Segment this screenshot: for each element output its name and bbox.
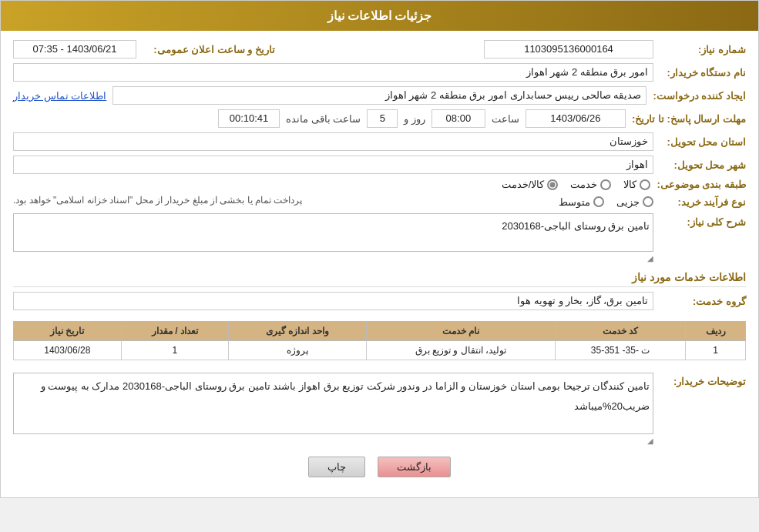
table-row: 1ت -35- 351-35تولید، انتقال و توزیع برقپ… [14,341,746,360]
services-table: ردیف کد خدمت نام خدمت واحد اندازه گیری ت… [13,321,746,360]
service-group-row: گروه خدمت: تامین برق، گاز، بخار و تهویه … [13,292,746,310]
purchase-radio-motavasset [593,196,604,207]
need-number-value: 1103095136000164 [484,40,653,59]
purchase-radio-jozyi [643,196,653,207]
creator-label: ایجاد کننده درخواست: [646,90,746,102]
table-cell-unit: پروژه [229,341,367,360]
category-label-khedmat: خدمت [570,179,597,190]
category-radio-kala [640,179,650,190]
service-group-value: تامین برق، گاز، بخار و تهویه هوا [13,292,653,310]
buyer-desc-row: توضیحات خریدار: تامین کنندگان ترجیحا بوم… [13,373,746,446]
purchase-label-jozyi: جزیی [616,196,640,208]
contact-link[interactable]: اطلاعات تماس خریدار [13,90,106,102]
back-button[interactable]: بازگشت [378,457,451,477]
purchase-label-motavasset: متوسط [559,196,590,208]
creator-value: صدیقه صالحی رییس حسابداری امور برق منطقه… [113,86,646,105]
need-summary-row: شرح کلی نیاز: تامین برق روستای الباجی-20… [13,213,746,263]
purchase-type-label: نوع فرآیند خرید: [653,196,746,208]
col-header-row: ردیف [686,322,746,341]
col-header-name: نام خدمت [366,322,555,341]
resize-handle-need: ◢ [647,254,653,263]
need-summary-wrapper: تامین برق روستای الباجی-2030168 ◢ [13,213,653,263]
response-date-value: 1403/06/26 [526,109,626,128]
response-days-value: 5 [367,109,398,128]
button-row: بازگشت چاپ [13,457,746,477]
response-deadline-label: مهلت ارسال پاسخ: تا تاریخ: [626,113,746,125]
need-summary-value: تامین برق روستای الباجی-2030168 [13,213,653,252]
province-label: استان محل تحویل: [653,136,746,148]
table-cell-row: 1 [686,341,746,360]
table-cell-name: تولید، انتقال و توزیع برق [366,341,555,360]
service-group-label: گروه خدمت: [653,296,746,307]
category-row: طبقه بندی موضوعی: کالا خدمت کالا/خدمت [13,179,746,190]
remaining-label: ساعت باقی مانده [286,113,361,125]
response-time-value: 08:00 [432,109,485,128]
category-radio-khedmat [600,179,611,190]
col-header-code: کد خدمت [555,322,685,341]
purchase-type-radio-group: جزیی متوسط [559,196,653,208]
buyer-org-value: امور برق منطقه 2 شهر اهواز [13,63,653,82]
need-number-label: شماره نیاز: [653,44,746,55]
buyer-org-row: نام دستگاه خریدار: امور برق منطقه 2 شهر … [13,63,746,82]
buyer-desc-wrapper: تامین کنندگان ترجیحا بومی استان خوزستان … [13,373,653,446]
response-days-label: روز و [404,113,425,125]
purchase-type-note: پرداخت تمام یا بخشی از مبلغ خریدار از مح… [13,195,302,206]
category-label: طبقه بندی موضوعی: [650,179,746,190]
announcement-date-value: 1403/06/21 - 07:35 [13,40,136,59]
purchase-option-jozyi[interactable]: جزیی [616,196,653,208]
creator-row: ایجاد کننده درخواست: صدیقه صالحی رییس حس… [13,86,746,105]
remaining-value: 00:10:41 [218,109,280,128]
category-label-kala: کالا [623,179,636,190]
services-table-container: ردیف کد خدمت نام خدمت واحد اندازه گیری ت… [13,315,746,366]
province-row: استان محل تحویل: خوزستان [13,132,746,151]
province-value: خوزستان [13,132,653,151]
services-section-title: اطلاعات خدمات مورد نیاز [13,271,746,287]
city-row: شهر محل تحویل: اهواز [13,156,746,174]
category-radio-group: کالا خدمت کالا/خدمت [502,179,651,190]
page-title: جزئیات اطلاعات نیاز [327,9,432,22]
response-time-label: ساعت [492,113,519,125]
resize-handle-desc: ◢ [647,437,653,445]
response-deadline-row: مهلت ارسال پاسخ: تا تاریخ: 1403/06/26 سا… [13,109,746,128]
col-header-unit: واحد اندازه گیری [229,322,367,341]
table-cell-quantity: 1 [121,341,228,360]
buyer-org-label: نام دستگاه خریدار: [653,67,746,79]
city-value: اهواز [13,156,653,174]
table-cell-date: 1403/06/28 [14,341,122,360]
category-option-khedmat[interactable]: خدمت [570,179,611,190]
purchase-option-motavasset[interactable]: متوسط [559,196,604,208]
need-number-row: شماره نیاز: 1103095136000164 تاریخ و ساع… [13,40,746,59]
city-label: شهر محل تحویل: [653,159,746,171]
need-summary-label: شرح کلی نیاز: [653,213,746,228]
category-option-kala[interactable]: کالا [623,179,650,190]
page-header: جزئیات اطلاعات نیاز [1,1,758,31]
category-label-kala-khedmat: کالا/خدمت [502,179,545,190]
purchase-type-row: نوع فرآیند خرید: جزیی متوسط پرداخت تمام … [13,195,746,209]
col-header-date: تاریخ نیاز [14,322,122,341]
col-header-qty: تعداد / مقدار [121,322,228,341]
announcement-date-label: تاریخ و ساعت اعلان عمومی: [136,44,275,55]
buyer-desc-label: توضیحات خریدار: [653,373,746,387]
category-option-kala-khedmat[interactable]: کالا/خدمت [502,179,559,190]
table-cell-code: ت -35- 351-35 [555,341,685,360]
print-button[interactable]: چاپ [308,457,365,477]
category-radio-kala-khedmat [547,179,558,190]
buyer-desc-value: تامین کنندگان ترجیحا بومی استان خوزستان … [13,373,653,434]
